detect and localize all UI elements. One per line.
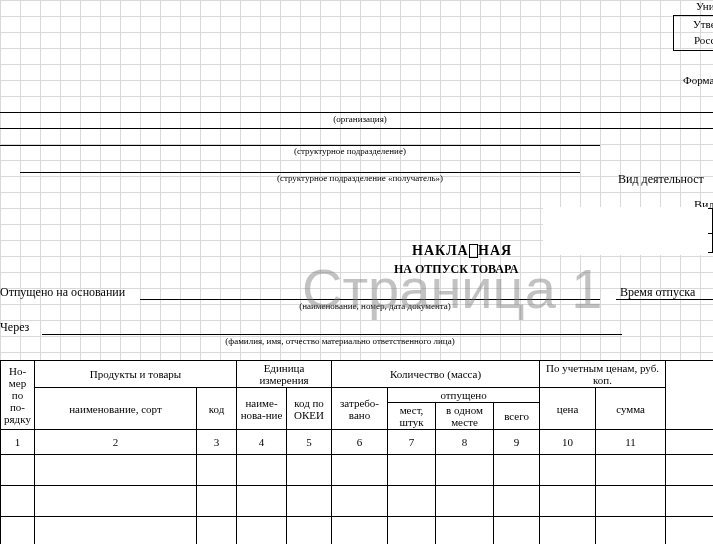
th-products: Продукты и товары bbox=[35, 361, 237, 388]
corner-box-top bbox=[673, 15, 713, 16]
colnum-5: 5 bbox=[287, 430, 332, 455]
th-price: цена bbox=[540, 388, 596, 430]
corner-frag-1: Уни bbox=[696, 0, 713, 12]
th-total: всего bbox=[494, 403, 540, 430]
table-cell[interactable] bbox=[332, 517, 388, 544]
table-cell[interactable] bbox=[540, 486, 596, 517]
table-cell[interactable] bbox=[388, 486, 436, 517]
colnum-2: 2 bbox=[35, 430, 197, 455]
org-caption: (организация) bbox=[300, 114, 420, 124]
th-code: код bbox=[197, 388, 237, 430]
colnum-1: 1 bbox=[1, 430, 35, 455]
table-cell[interactable] bbox=[287, 486, 332, 517]
colnum-6: 6 bbox=[332, 430, 388, 455]
table-cell[interactable] bbox=[596, 517, 666, 544]
th-sum: сумма bbox=[596, 388, 666, 430]
org-line[interactable] bbox=[0, 112, 713, 113]
colnum-9: 9 bbox=[494, 430, 540, 455]
colnum-10: 10 bbox=[540, 430, 596, 455]
through-label: Через bbox=[0, 320, 29, 335]
table-cell[interactable] bbox=[237, 486, 287, 517]
through-line[interactable] bbox=[42, 334, 622, 335]
th-in-one: в одном месте bbox=[436, 403, 494, 430]
subdiv-caption: (структурное подразделение) bbox=[250, 146, 450, 156]
corner-frag-3: Росс bbox=[694, 34, 713, 46]
colnum-7: 7 bbox=[388, 430, 436, 455]
colnum-8: 8 bbox=[436, 430, 494, 455]
table-cell[interactable] bbox=[197, 455, 237, 486]
table-cell[interactable] bbox=[1, 517, 35, 544]
table-cell[interactable] bbox=[666, 455, 713, 486]
colnum-3: 3 bbox=[197, 430, 237, 455]
table-cell[interactable] bbox=[35, 455, 197, 486]
recipient-caption: (структурное подразделение «получатель») bbox=[230, 173, 490, 183]
title-sub: НА ОТПУСК ТОВАРА bbox=[394, 262, 518, 277]
through-caption: (фамилия, имя, отчество материально отве… bbox=[160, 336, 520, 346]
table-cell[interactable] bbox=[237, 517, 287, 544]
released-on-label: Отпущено на основании bbox=[0, 285, 125, 300]
corner-box-bottom bbox=[673, 50, 713, 51]
th-okei: код по ОКЕИ bbox=[287, 388, 332, 430]
corner-frag-2: Утве bbox=[693, 18, 713, 30]
table-cell[interactable] bbox=[287, 455, 332, 486]
document-sheet: Уни Утве Росс Форма (организация) (струк… bbox=[0, 0, 713, 544]
table-cell[interactable] bbox=[540, 517, 596, 544]
th-unit-name: наиме-нова-ние bbox=[237, 388, 287, 430]
org-line-2 bbox=[0, 128, 713, 129]
table-cell[interactable] bbox=[1, 486, 35, 517]
basis-caption: (наименование, номер, дата документа) bbox=[250, 301, 500, 311]
table-cell[interactable] bbox=[197, 486, 237, 517]
table-cell[interactable] bbox=[436, 517, 494, 544]
th-qty: Количество (масса) bbox=[332, 361, 540, 388]
table-cell[interactable] bbox=[237, 455, 287, 486]
th-no: Но-мер по по-рядку bbox=[1, 361, 35, 430]
table-cell[interactable] bbox=[332, 486, 388, 517]
table-cell[interactable] bbox=[287, 517, 332, 544]
table-cell[interactable] bbox=[494, 517, 540, 544]
table-cell[interactable] bbox=[388, 517, 436, 544]
main-table: Но-мер по по-рядку Продукты и товары Еди… bbox=[0, 360, 713, 544]
table-cell[interactable] bbox=[1, 455, 35, 486]
table-cell[interactable] bbox=[666, 486, 713, 517]
th-places: мест, штук bbox=[388, 403, 436, 430]
colnum-edge bbox=[666, 430, 713, 455]
title-left: НАКЛА bbox=[412, 243, 469, 259]
activity-label: Вид деятельност bbox=[618, 172, 704, 187]
table-cell[interactable] bbox=[596, 455, 666, 486]
table-cell[interactable] bbox=[494, 455, 540, 486]
table-cell[interactable] bbox=[494, 486, 540, 517]
table-cell[interactable] bbox=[596, 486, 666, 517]
th-price-group: По учетным ценам, руб. коп. bbox=[540, 361, 666, 388]
th-edge bbox=[666, 361, 713, 430]
title-right: НАЯ bbox=[478, 243, 512, 259]
table-cell[interactable] bbox=[436, 455, 494, 486]
release-time-line[interactable] bbox=[616, 299, 713, 300]
colnum-4: 4 bbox=[237, 430, 287, 455]
table-cell[interactable] bbox=[35, 486, 197, 517]
corner-box-side bbox=[673, 15, 674, 50]
table-cell[interactable] bbox=[332, 455, 388, 486]
release-time-label: Время отпуска bbox=[620, 285, 695, 300]
table-cell[interactable] bbox=[436, 486, 494, 517]
table-cell[interactable] bbox=[540, 455, 596, 486]
table-cell[interactable] bbox=[388, 455, 436, 486]
released-on-line[interactable] bbox=[140, 299, 600, 300]
table-cell[interactable] bbox=[666, 517, 713, 544]
corner-frag-4: Форма bbox=[683, 74, 713, 86]
text-cursor bbox=[469, 244, 478, 258]
th-requested: затребо-вано bbox=[332, 388, 388, 430]
th-name-sort: наименование, сорт bbox=[35, 388, 197, 430]
colnum-11: 11 bbox=[596, 430, 666, 455]
table-cell[interactable] bbox=[197, 517, 237, 544]
th-unit: Единица измерения bbox=[237, 361, 332, 388]
th-released: отпущено bbox=[388, 388, 540, 403]
table-cell[interactable] bbox=[35, 517, 197, 544]
